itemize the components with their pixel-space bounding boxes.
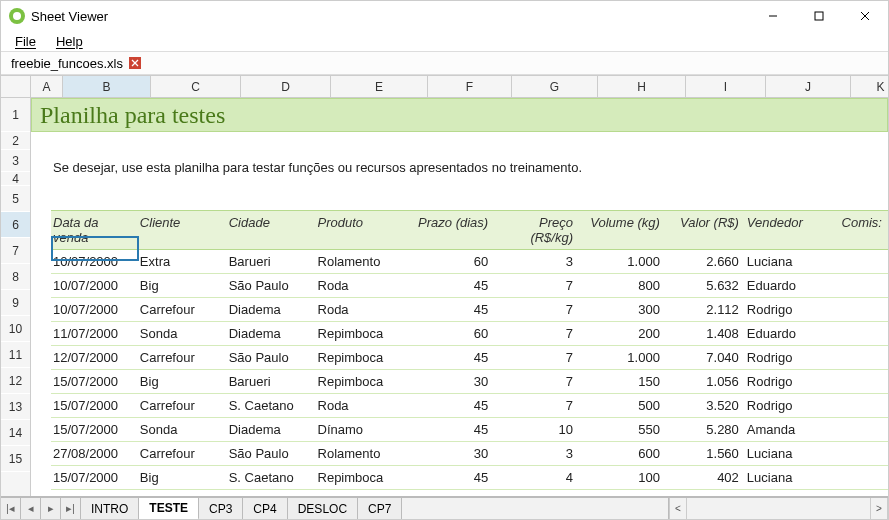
scroll-left-icon[interactable]: < bbox=[669, 498, 687, 519]
table-header-cell[interactable]: Cliente bbox=[138, 211, 227, 249]
table-row[interactable]: 11/07/2000SondaDiademaRepimboca6072001.4… bbox=[51, 322, 888, 346]
row-header-2[interactable]: 2 bbox=[1, 132, 30, 150]
table-cell: 1.408 bbox=[666, 322, 745, 345]
table-cell: Big bbox=[138, 274, 227, 297]
table-header-cell[interactable]: Data da venda bbox=[51, 211, 138, 249]
table-cell bbox=[829, 298, 888, 321]
col-header-J[interactable]: J bbox=[766, 76, 851, 97]
table-header-cell[interactable]: Cidade bbox=[227, 211, 316, 249]
sheet-tab-cp3[interactable]: CP3 bbox=[199, 498, 243, 519]
row-header-6[interactable]: 6 bbox=[1, 212, 30, 238]
table-cell: São Paulo bbox=[227, 274, 316, 297]
table-cell: 7.040 bbox=[666, 346, 745, 369]
table-cell: 3 bbox=[494, 442, 579, 465]
minimize-button[interactable] bbox=[750, 1, 796, 31]
col-header-I[interactable]: I bbox=[686, 76, 766, 97]
col-header-K[interactable]: K bbox=[851, 76, 888, 97]
row-header-7[interactable]: 7 bbox=[1, 238, 30, 264]
row-header-1[interactable]: 1 bbox=[1, 98, 30, 132]
col-header-G[interactable]: G bbox=[512, 76, 598, 97]
table-cell: 100 bbox=[579, 466, 666, 489]
file-tab[interactable]: freebie_funcoes.xls bbox=[5, 54, 147, 73]
table-header-cell[interactable]: Prazo (dias) bbox=[411, 211, 494, 249]
data-table: Data da vendaClienteCidadeProdutoPrazo (… bbox=[51, 210, 888, 490]
row-header-3[interactable]: 3 bbox=[1, 150, 30, 172]
table-row[interactable]: 15/07/2000CarrefourS. CaetanoRoda4575003… bbox=[51, 394, 888, 418]
table-cell: 15/07/2000 bbox=[51, 370, 138, 393]
sheet-tab-cp7[interactable]: CP7 bbox=[358, 498, 402, 519]
scroll-track[interactable] bbox=[687, 498, 870, 519]
menu-help[interactable]: Help bbox=[48, 33, 91, 50]
row-header-5[interactable]: 5 bbox=[1, 186, 30, 212]
row-header-11[interactable]: 11 bbox=[1, 342, 30, 368]
close-file-tab-icon[interactable] bbox=[129, 57, 141, 69]
row-header-9[interactable]: 9 bbox=[1, 290, 30, 316]
bottom-bar: |◂ ◂ ▸ ▸| INTROTESTECP3CP4DESLOCCP7 < > bbox=[1, 496, 888, 519]
row-headers: 123456789101112131415 bbox=[1, 98, 31, 496]
table-cell: 1.000 bbox=[579, 346, 666, 369]
table-cell: 10/07/2000 bbox=[51, 250, 138, 273]
table-cell: Diadema bbox=[227, 322, 316, 345]
cell-grid[interactable]: Planilha para testes Se desejar, use est… bbox=[31, 98, 888, 496]
col-header-E[interactable]: E bbox=[331, 76, 428, 97]
table-header-cell[interactable]: Valor (R$) bbox=[666, 211, 745, 249]
row-header-13[interactable]: 13 bbox=[1, 394, 30, 420]
table-header-cell[interactable]: Produto bbox=[316, 211, 412, 249]
row-header-15[interactable]: 15 bbox=[1, 446, 30, 472]
table-row[interactable]: 15/07/2000BigS. CaetanoRepimboca45410040… bbox=[51, 466, 888, 490]
col-header-A[interactable]: A bbox=[31, 76, 63, 97]
maximize-button[interactable] bbox=[796, 1, 842, 31]
row-header-4[interactable]: 4 bbox=[1, 172, 30, 186]
table-cell: Big bbox=[138, 370, 227, 393]
table-cell: Luciana bbox=[745, 250, 829, 273]
row-header-12[interactable]: 12 bbox=[1, 368, 30, 394]
table-cell: 15/07/2000 bbox=[51, 394, 138, 417]
table-row[interactable]: 15/07/2000SondaDiademaDínamo45105505.280… bbox=[51, 418, 888, 442]
sheet-tab-desloc[interactable]: DESLOC bbox=[288, 498, 358, 519]
table-cell: 45 bbox=[411, 394, 494, 417]
table-cell: 2.112 bbox=[666, 298, 745, 321]
col-header-F[interactable]: F bbox=[428, 76, 512, 97]
col-header-C[interactable]: C bbox=[151, 76, 241, 97]
row-header-10[interactable]: 10 bbox=[1, 316, 30, 342]
col-header-B[interactable]: B bbox=[63, 76, 151, 97]
col-header-D[interactable]: D bbox=[241, 76, 331, 97]
sheet-tab-teste[interactable]: TESTE bbox=[139, 498, 199, 520]
table-row[interactable]: 27/08/2000CarrefourSão PauloRolamento303… bbox=[51, 442, 888, 466]
sheet-nav-next[interactable]: ▸ bbox=[41, 498, 61, 519]
menu-file[interactable]: File bbox=[7, 33, 44, 50]
table-cell: 1.056 bbox=[666, 370, 745, 393]
row-header-8[interactable]: 8 bbox=[1, 264, 30, 290]
select-all-corner[interactable] bbox=[1, 76, 31, 98]
table-row[interactable]: 10/07/2000BigSão PauloRoda4578005.632Edu… bbox=[51, 274, 888, 298]
row-header-14[interactable]: 14 bbox=[1, 420, 30, 446]
table-cell: 45 bbox=[411, 418, 494, 441]
col-header-H[interactable]: H bbox=[598, 76, 686, 97]
table-header-cell[interactable]: Preço (R$/kg) bbox=[494, 211, 579, 249]
table-row[interactable]: 12/07/2000CarrefourSão PauloRepimboca457… bbox=[51, 346, 888, 370]
close-button[interactable] bbox=[842, 1, 888, 31]
table-row[interactable]: 10/07/2000ExtraBarueriRolamento6031.0002… bbox=[51, 250, 888, 274]
table-cell: 45 bbox=[411, 298, 494, 321]
table-cell: Big bbox=[138, 466, 227, 489]
table-cell: 4 bbox=[494, 466, 579, 489]
sheet-nav-prev[interactable]: ◂ bbox=[21, 498, 41, 519]
table-cell: Roda bbox=[316, 274, 412, 297]
horizontal-scrollbar[interactable]: < > bbox=[668, 498, 888, 519]
sheet-nav-first[interactable]: |◂ bbox=[1, 498, 21, 519]
table-cell: 7 bbox=[494, 346, 579, 369]
sheet-nav-last[interactable]: ▸| bbox=[61, 498, 81, 519]
sheet-tab-cp4[interactable]: CP4 bbox=[243, 498, 287, 519]
table-row[interactable]: 15/07/2000BigBarueriRepimboca3071501.056… bbox=[51, 370, 888, 394]
table-header-cell[interactable]: Volume (kg) bbox=[579, 211, 666, 249]
sheet-tab-intro[interactable]: INTRO bbox=[81, 498, 139, 519]
table-cell: 800 bbox=[579, 274, 666, 297]
table-row[interactable]: 10/07/2000CarrefourDiademaRoda4573002.11… bbox=[51, 298, 888, 322]
table-header-cell[interactable]: Comis: bbox=[829, 211, 888, 249]
table-cell: Repimboca bbox=[316, 322, 412, 345]
table-cell: Diadema bbox=[227, 298, 316, 321]
scroll-right-icon[interactable]: > bbox=[870, 498, 888, 519]
table-cell bbox=[829, 466, 888, 489]
table-cell: 45 bbox=[411, 346, 494, 369]
table-header-cell[interactable]: Vendedor bbox=[745, 211, 829, 249]
